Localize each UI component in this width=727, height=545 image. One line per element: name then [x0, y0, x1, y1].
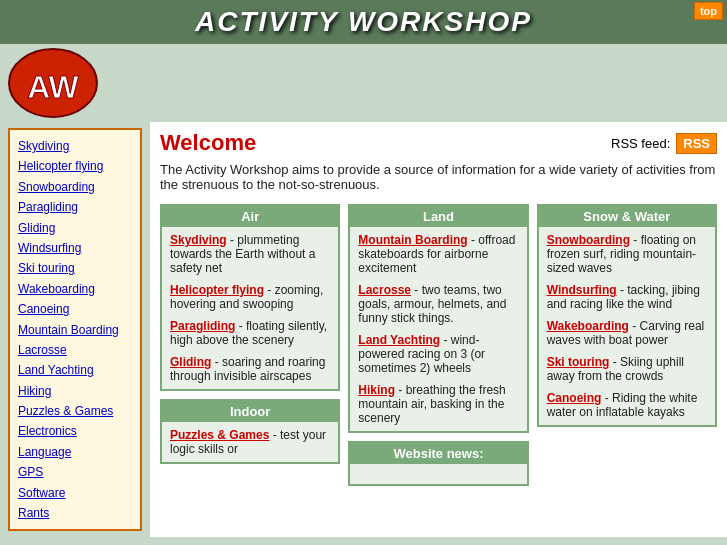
- land-link-hiking[interactable]: Hiking: [358, 383, 395, 397]
- main-content: Welcome RSS feed: RSS The Activity Works…: [150, 122, 727, 537]
- air-item-skydiving: Skydiving - plummeting towards the Earth…: [170, 233, 330, 275]
- website-news-header: Website news:: [350, 443, 526, 464]
- website-news-box: Website news:: [348, 441, 528, 486]
- header-row: AW: [0, 44, 727, 122]
- indoor-link-puzzles[interactable]: Puzzles & Games: [170, 428, 269, 442]
- sidebar-item-lacrosse[interactable]: Lacrosse: [18, 340, 132, 360]
- site-logo: AW: [8, 48, 98, 118]
- snow-water-box: Snow & Water Snowboarding - floating on …: [537, 204, 717, 427]
- welcome-row: Welcome RSS feed: RSS: [160, 130, 717, 156]
- land-item-mountain-boarding: Mountain Boarding - offroad skateboards …: [358, 233, 518, 275]
- top-bar: ACTIVITY WORKSHOP top: [0, 0, 727, 44]
- sidebar-item-paragliding[interactable]: Paragliding: [18, 197, 132, 217]
- land-body: Mountain Boarding - offroad skateboards …: [350, 227, 526, 431]
- sidebar-item-gliding[interactable]: Gliding: [18, 218, 132, 238]
- air-item-gliding: Gliding - soaring and roaring through in…: [170, 355, 330, 383]
- sidebar-item-rants[interactable]: Rants: [18, 503, 132, 523]
- air-box: Air Skydiving - plummeting towards the E…: [160, 204, 340, 391]
- sidebar-item-helicopter-flying[interactable]: Helicopter flying: [18, 156, 132, 176]
- sw-link-ski-touring[interactable]: Ski touring: [547, 355, 610, 369]
- indoor-header: Indoor: [162, 401, 338, 422]
- sw-item-wakeboarding: Wakeboarding - Carving real waves with b…: [547, 319, 707, 347]
- air-column: Air Skydiving - plummeting towards the E…: [160, 204, 340, 486]
- sidebar-item-land-yachting[interactable]: Land Yachting: [18, 360, 132, 380]
- sidebar-inner: Skydiving Helicopter flying Snowboarding…: [8, 128, 142, 531]
- sw-link-canoeing[interactable]: Canoeing: [547, 391, 602, 405]
- land-item-hiking: Hiking - breathing the fresh mountain ai…: [358, 383, 518, 425]
- sw-link-windsurfing[interactable]: Windsurfing: [547, 283, 617, 297]
- sidebar-item-wakeboarding[interactable]: Wakeboarding: [18, 279, 132, 299]
- main-layout: Skydiving Helicopter flying Snowboarding…: [0, 122, 727, 537]
- air-header: Air: [162, 206, 338, 227]
- indoor-item-puzzles: Puzzles & Games - test your logic skills…: [170, 428, 330, 456]
- land-box: Land Mountain Boarding - offroad skatebo…: [348, 204, 528, 433]
- land-link-mountain-boarding[interactable]: Mountain Boarding: [358, 233, 467, 247]
- indoor-body: Puzzles & Games - test your logic skills…: [162, 422, 338, 462]
- rss-badge[interactable]: RSS: [676, 133, 717, 154]
- sidebar-item-snowboarding[interactable]: Snowboarding: [18, 177, 132, 197]
- indoor-box: Indoor Puzzles & Games - test your logic…: [160, 399, 340, 464]
- land-link-land-yachting[interactable]: Land Yachting: [358, 333, 440, 347]
- sidebar-item-ski-touring[interactable]: Ski touring: [18, 258, 132, 278]
- sidebar-item-language[interactable]: Language: [18, 442, 132, 462]
- top-button[interactable]: top: [694, 2, 723, 20]
- sw-item-windsurfing: Windsurfing - tacking, jibing and racing…: [547, 283, 707, 311]
- sw-item-snowboarding: Snowboarding - floating on frozen surf, …: [547, 233, 707, 275]
- sidebar: Skydiving Helicopter flying Snowboarding…: [0, 122, 150, 537]
- sidebar-item-canoeing[interactable]: Canoeing: [18, 299, 132, 319]
- sidebar-item-hiking[interactable]: Hiking: [18, 381, 132, 401]
- welcome-title: Welcome: [160, 130, 256, 156]
- sidebar-item-skydiving[interactable]: Skydiving: [18, 136, 132, 156]
- sw-item-canoeing: Canoeing - Riding the white water on inf…: [547, 391, 707, 419]
- air-item-paragliding: Paragliding - floating silently, high ab…: [170, 319, 330, 347]
- sidebar-item-gps[interactable]: GPS: [18, 462, 132, 482]
- air-link-paragliding[interactable]: Paragliding: [170, 319, 235, 333]
- welcome-text: The Activity Workshop aims to provide a …: [160, 162, 717, 192]
- sw-link-snowboarding[interactable]: Snowboarding: [547, 233, 630, 247]
- air-link-skydiving[interactable]: Skydiving: [170, 233, 227, 247]
- site-title: ACTIVITY WORKSHOP: [195, 6, 532, 37]
- land-link-lacrosse[interactable]: Lacrosse: [358, 283, 411, 297]
- snow-water-body: Snowboarding - floating on frozen surf, …: [539, 227, 715, 425]
- sidebar-item-software[interactable]: Software: [18, 483, 132, 503]
- air-item-helicopter: Helicopter flying - zooming, hovering an…: [170, 283, 330, 311]
- air-link-gliding[interactable]: Gliding: [170, 355, 211, 369]
- sidebar-item-windsurfing[interactable]: Windsurfing: [18, 238, 132, 258]
- land-item-lacrosse: Lacrosse - two teams, two goals, armour,…: [358, 283, 518, 325]
- svg-text:AW: AW: [27, 69, 79, 105]
- land-header: Land: [350, 206, 526, 227]
- activity-columns: Air Skydiving - plummeting towards the E…: [160, 204, 717, 486]
- air-body: Skydiving - plummeting towards the Earth…: [162, 227, 338, 389]
- sidebar-item-puzzles[interactable]: Puzzles & Games: [18, 401, 132, 421]
- rss-label: RSS feed:: [611, 136, 670, 151]
- sidebar-item-mountain-boarding[interactable]: Mountain Boarding: [18, 320, 132, 340]
- sidebar-item-electronics[interactable]: Electronics: [18, 421, 132, 441]
- snow-water-column: Snow & Water Snowboarding - floating on …: [537, 204, 717, 486]
- sw-item-ski-touring: Ski touring - Skiing uphill away from th…: [547, 355, 707, 383]
- rss-feed-row: RSS feed: RSS: [611, 133, 717, 154]
- sw-link-wakeboarding[interactable]: Wakeboarding: [547, 319, 629, 333]
- air-link-helicopter[interactable]: Helicopter flying: [170, 283, 264, 297]
- land-item-land-yachting: Land Yachting - wind-powered racing on 3…: [358, 333, 518, 375]
- land-column: Land Mountain Boarding - offroad skatebo…: [348, 204, 528, 486]
- snow-water-header: Snow & Water: [539, 206, 715, 227]
- website-news-body: [350, 464, 526, 484]
